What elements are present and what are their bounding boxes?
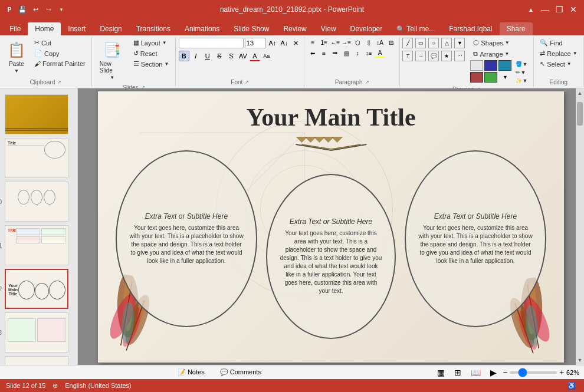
clipboard-expand-icon[interactable]: ↗	[57, 80, 61, 85]
qs-3[interactable]	[498, 60, 511, 71]
accessibility-btn[interactable]: ♿	[565, 381, 578, 390]
clear-format-button[interactable]: ✕	[291, 38, 301, 48]
copy-button[interactable]: 📄 Copy	[31, 48, 88, 58]
slide-thumb-11[interactable]: 11 Title	[5, 225, 73, 265]
circle-right[interactable]: Extra Text or Subtitle Here Your text go…	[405, 150, 546, 327]
increase-indent-button[interactable]: →≡	[341, 38, 352, 47]
find-button[interactable]: 🔍 Find	[537, 38, 580, 48]
vertical-scrollbar[interactable]: ▲ ▼	[576, 88, 584, 365]
comments-button[interactable]: 💬 Comments	[214, 367, 268, 378]
slide-thumb-12[interactable]: 12 Your Main Title	[5, 269, 73, 309]
scroll-down-arrow[interactable]: ▼	[576, 355, 584, 365]
redo-icon[interactable]: ↪	[44, 5, 53, 14]
qs-2[interactable]	[484, 60, 497, 71]
tab-view[interactable]: View	[314, 22, 343, 35]
italic-button[interactable]: I	[191, 51, 201, 61]
fontsize-caps-button[interactable]: Aa	[261, 51, 272, 61]
increase-font-button[interactable]: A↑	[267, 38, 278, 48]
strikethrough-button[interactable]: S	[214, 51, 225, 61]
ribbon-minimize-btn[interactable]: ▲	[525, 4, 537, 15]
effects-button[interactable]: ✨▼	[513, 77, 530, 85]
cut-button[interactable]: ✂ Cut	[31, 38, 88, 48]
slide-panel[interactable]: 8 9 Title 10	[0, 88, 78, 365]
scroll-thumb[interactable]	[577, 102, 583, 126]
font-expand-icon[interactable]: ↗	[245, 80, 249, 85]
zoom-out-btn[interactable]: −	[503, 368, 508, 377]
tab-review[interactable]: Review	[276, 22, 313, 35]
customize-qat-icon[interactable]: ▼	[57, 5, 66, 14]
charspacing-button[interactable]: AV	[238, 51, 248, 61]
shape-text[interactable]: T	[402, 51, 413, 61]
underline-button[interactable]: U	[202, 51, 213, 61]
fontcolor-button[interactable]: A	[250, 51, 260, 61]
highlight-button[interactable]: A	[375, 48, 385, 58]
slideshow-btn[interactable]: ▶	[487, 366, 500, 379]
numbering-button[interactable]: 1≡	[319, 38, 329, 47]
section-button[interactable]: ☰ Section ▼	[130, 59, 172, 69]
tab-transitions[interactable]: Transitions	[129, 22, 178, 35]
smartart-button[interactable]: ⬡	[352, 38, 363, 47]
shape-star[interactable]: ★	[441, 51, 452, 61]
shape-more2[interactable]: ⋯	[454, 51, 465, 61]
qs-arrow[interactable]: ▼	[498, 72, 511, 83]
para-spacing-button[interactable]: ↕≡	[363, 48, 374, 58]
slide-thumb-8[interactable]: 8	[5, 94, 73, 134]
slide-title-area[interactable]: Your Main Title	[246, 103, 415, 151]
circle-left[interactable]: Extra Text or Subtitle Here Your text go…	[116, 150, 257, 327]
bold-button[interactable]: B	[179, 51, 189, 61]
shape-arrow[interactable]: →	[415, 51, 426, 61]
shapes-button[interactable]: ⬡ Shapes ▼	[470, 38, 530, 48]
paste-button[interactable]: 📋 Paste ▼	[3, 38, 30, 77]
layout-button[interactable]: ▦ Layout ▼	[130, 38, 172, 48]
shape-callout[interactable]: 💬	[428, 51, 439, 61]
tab-tellme[interactable]: 🔍 Tell me...	[389, 22, 442, 35]
align-text-button[interactable]: ⊟	[386, 38, 396, 47]
text-direction-button[interactable]: ↕A	[375, 38, 385, 47]
tab-slideshow[interactable]: Slide Show	[227, 22, 276, 35]
tab-file[interactable]: File	[2, 22, 28, 35]
arrange-button[interactable]: ⧉ Arrange ▼	[470, 49, 530, 59]
paragraph-expand-icon[interactable]: ↗	[365, 80, 369, 85]
save-icon[interactable]: 💾	[18, 5, 27, 14]
circle-center[interactable]: Extra Text or Subtitle Here Your text go…	[266, 174, 396, 339]
tab-insert[interactable]: Insert	[61, 22, 93, 35]
shape-line[interactable]: ╱	[402, 38, 413, 48]
decrease-font-button[interactable]: A↓	[279, 38, 290, 48]
fit-icon[interactable]: ⊕	[53, 382, 58, 390]
line-spacing-button[interactable]: ↕	[352, 48, 363, 58]
scroll-up-arrow[interactable]: ▲	[576, 88, 584, 98]
tab-developer[interactable]: Developer	[343, 22, 390, 35]
tab-animations[interactable]: Animations	[178, 22, 227, 35]
minimize-btn[interactable]: —	[539, 4, 551, 15]
tab-share[interactable]: Share	[500, 22, 533, 35]
zoom-slider[interactable]	[510, 371, 557, 374]
tab-design[interactable]: Design	[93, 22, 129, 35]
notes-button[interactable]: 📝 Notes	[171, 367, 211, 378]
shape-triangle[interactable]: △	[441, 38, 452, 48]
reset-button[interactable]: ↺ Reset	[130, 48, 172, 58]
replace-button[interactable]: ⇄ Replace ▼	[537, 48, 580, 58]
shape-rect[interactable]: ▭	[415, 38, 426, 48]
align-left-button[interactable]: ⬅	[307, 48, 318, 58]
fill-button[interactable]: 🪣▼	[513, 60, 530, 68]
slide-thumb-14[interactable]: 14	[5, 356, 73, 365]
restore-btn[interactable]: ❐	[553, 4, 565, 15]
font-name-input[interactable]	[179, 38, 244, 48]
qs-5[interactable]	[484, 72, 497, 83]
shape-more[interactable]: ▼	[454, 38, 465, 48]
tab-home[interactable]: Home	[28, 22, 61, 35]
tab-user[interactable]: Farshad Iqbal	[442, 22, 499, 35]
textshadow-button[interactable]: S	[226, 51, 237, 61]
line-button[interactable]: ✏▼	[513, 68, 530, 77]
format-painter-button[interactable]: 🖌 Format Painter	[31, 59, 88, 68]
decrease-indent-button[interactable]: ←≡	[330, 38, 340, 47]
normal-view-btn[interactable]: ▦	[434, 366, 448, 379]
font-size-input[interactable]	[245, 38, 266, 48]
zoom-in-btn[interactable]: +	[559, 368, 564, 377]
reading-view-btn[interactable]: 📖	[468, 366, 484, 379]
justify-button[interactable]: ▤	[341, 48, 352, 58]
bullets-button[interactable]: ≡	[307, 38, 318, 47]
slide-thumb-10[interactable]: 10	[5, 182, 73, 222]
qs-1[interactable]	[470, 60, 483, 71]
undo-icon[interactable]: ↩	[31, 5, 40, 14]
